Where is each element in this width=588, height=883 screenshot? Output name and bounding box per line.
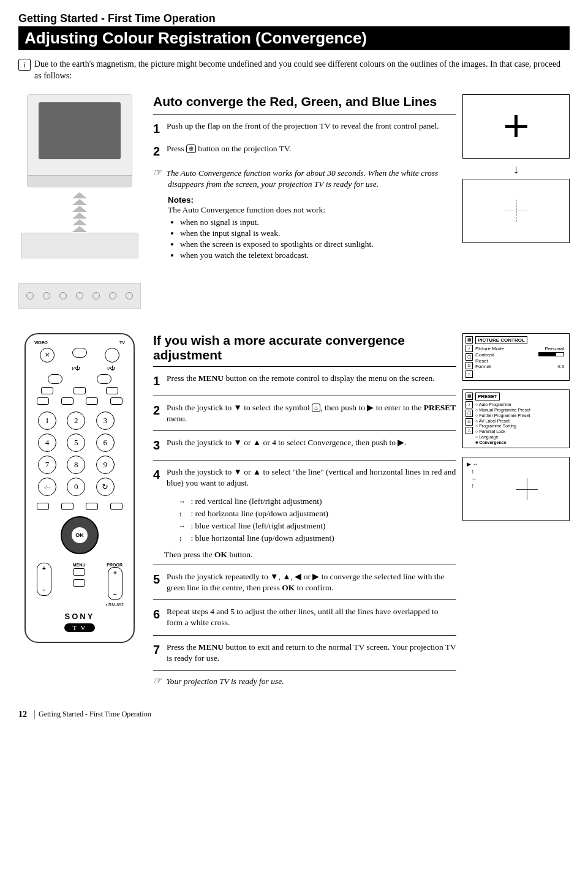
video-power-button [72,348,87,358]
section2-step6: 6 Repeat steps 4 and 5 to adjust the oth… [153,606,456,628]
osd2-item: Auto Programme [479,402,511,407]
menu-label: MENU [73,563,86,567]
prog-pill: +− [108,567,123,600]
remote-keypad: 1 2 3 4 5 6 7 8 9 -/-- 0 ↻ [31,408,129,500]
pointing-hand-icon: ☞ [153,166,164,179]
remote-button [86,503,98,510]
remote-button [48,374,62,384]
osd-picture-control: ▦ ♪ ▢ ⊙ ⌂ PICTURE CONTROL Picture ModePe… [462,333,570,381]
section2-step1: 1 Press the MENU button on the remote co… [153,373,456,389]
section2-title: If you wish a more accurate convergence … [153,333,456,363]
osd2-item: Further Programme Preset [479,413,530,418]
remote-tv-label: TV [119,340,125,345]
power-label: I/⏻ [107,366,115,371]
section2-step7: 7 Press the MENU button to exit and retu… [153,642,456,664]
remote-button [110,397,123,405]
osd2-item: AV Label Preset [479,419,510,423]
osd1-row: Contrast [475,352,494,358]
section2-step2: 2 Push the joystick to ▼ to select the s… [153,402,456,424]
remote-column: VIDEO TV ✕ I/⏻ I/⏻ [18,333,141,691]
flap-illustration [21,233,138,258]
osd-convergence-adjust: ▶ ↔ ↕ ↔ ↕ [462,457,570,521]
section2-step5: 5 Push the joystick repeatedly to ▼, ▲, … [153,571,456,593]
page-number: 12 [18,710,27,720]
osd-tab-icon: ⊙ [466,362,473,369]
notes-intro: The Auto Convergence function does not w… [168,205,456,216]
osd-tab-icon: ⌂ [466,370,473,378]
key-4: 4 [38,434,56,452]
key-7: 7 [38,456,56,474]
notes-item: when the screen is exposed to spotlights… [180,239,456,250]
osd-tab-icon: ⌂ [466,427,473,434]
page-footer: 12 Getting Started - First Time Operatio… [18,710,570,720]
joystick-ok: OK [61,516,99,554]
remote-model: ▪ RM-892 [31,603,129,607]
arrow-stack-icon [18,192,141,232]
osd2-item-selected: Convergence [479,440,506,445]
remote-button [86,397,98,405]
osd2-item: Manual Programme Preset [479,408,530,412]
key-2: 2 [67,411,85,430]
remote-button [37,503,49,510]
key-1: 1 [38,411,56,430]
tv-badge: T V [64,623,95,632]
osd2-item: Programme Sorting [479,424,516,428]
screen-cross-solid [462,94,570,159]
notes-list: when no signal is input. when the input … [168,217,456,261]
breadcrumb: Getting Started - First Time Operation [18,12,570,25]
brand-logo: SONY [31,612,129,621]
key-6: 6 [96,434,115,452]
section1-step1: 1 Push up the flap on the front of the p… [153,121,456,137]
page-header: Getting Started - First Time Operation A… [18,12,570,50]
section1-hint: ☞ The Auto Convergence function works fo… [168,166,456,190]
osd-preset: ▦ ♪ ▢ ⊙ ⌂ PRESET ○ Auto Programme ○ Manu… [462,389,570,449]
remote-button [73,579,85,587]
osd1-row: Format [475,364,491,370]
osd-tab-icon: ▦ [466,336,473,344]
screen-cross-dashed [462,179,570,243]
osd2-title: PRESET [475,393,500,401]
step4-then: Then press the OK button. [164,550,456,560]
section1-step2: 2 Press ⊕ button on the projection TV. [153,143,456,160]
remote-button [106,387,118,394]
osd2-item: Language [479,435,498,439]
remote-button [61,397,74,405]
footer-text: Getting Started - First Time Operation [39,710,151,719]
pointing-hand-icon: ☞ [153,674,164,688]
key-9: 9 [96,456,115,474]
notes-item: when the input signal is weak. [180,228,456,239]
menu-button [73,568,85,576]
step4-sub4: ↕ : blue horizontal line (up/down adjust… [179,532,456,544]
section2-step4: 4 Push the joystick to ▼ or ▲ to select … [153,467,456,489]
osd-tab-icon: ♪ [466,345,473,352]
converge-button-icon: ⊕ [186,145,196,153]
info-text: Due to the earth's magnetism, the pictur… [34,59,570,82]
osd1-title: PICTURE CONTROL [475,336,527,345]
notes-item: when you watch the teletext broadcast. [180,250,456,261]
mute-button: ✕ [40,348,55,363]
power-label: I/⏻ [72,366,80,371]
step4-sub1: ↔ : red vertical line (left/right adjust… [179,495,456,508]
section1-title: Auto converge the Red, Green, and Blue L… [153,94,456,115]
step4-sub2: ↕ : red horizonta line (up/down adjustme… [179,508,456,520]
key-8: 8 [67,456,85,474]
osd-tab-icon: ▦ [466,393,473,400]
illustration-column-1 [18,94,141,315]
front-panel-illustration [18,283,141,309]
remote-control-illustration: VIDEO TV ✕ I/⏻ I/⏻ [24,333,135,643]
osd1-row: Reset [475,358,488,364]
remote-button [37,397,49,405]
remote-video-label: VIDEO [34,340,48,345]
key-cycle: ↻ [96,478,115,496]
arrow-down-icon: ↓ [462,162,570,176]
step4-sub3: ↔ : blue vertical line (left/right adjus… [179,520,456,532]
remote-button [110,503,123,510]
page-title: Adjusting Colour Registration (Convergen… [18,26,570,50]
remote-button [61,503,74,510]
key-5: 5 [67,434,85,452]
section2-final-hint: ☞ Your projection TV is ready for use. [168,674,456,688]
volume-pill: +− [37,563,51,596]
remote-button [97,374,111,384]
key-3: 3 [96,411,115,430]
preset-icon: ⌂ [312,404,320,412]
